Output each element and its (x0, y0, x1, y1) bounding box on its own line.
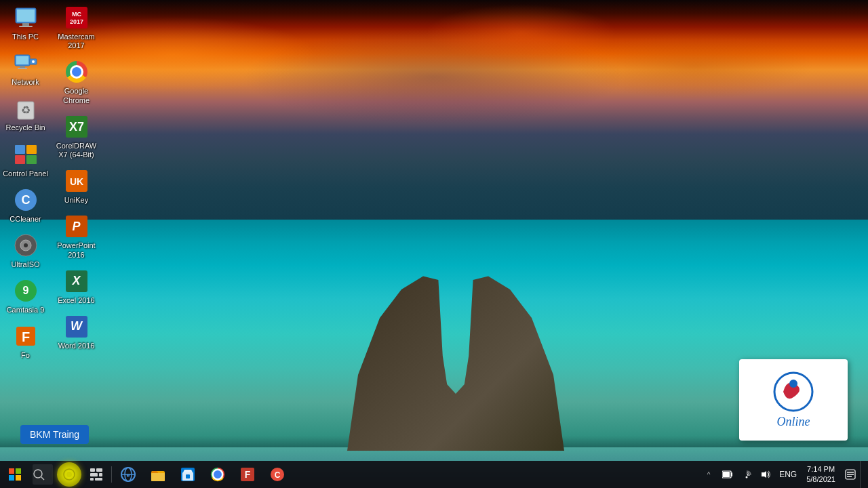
fo-label: Fo (21, 351, 30, 360)
svg-rect-43 (96, 468, 102, 472)
powerpoint-icon: P (63, 213, 90, 240)
desktop-icon-coreldraw[interactable]: X7 CorelDRAW X7 (64-Bit) (51, 109, 102, 163)
ultraiso-icon (12, 232, 39, 259)
svg-rect-45 (99, 473, 102, 476)
desktop-icon-camtasia[interactable]: 9 Camtasia 9 (0, 273, 51, 319)
start-button[interactable] (0, 461, 30, 488)
svg-rect-8 (18, 68, 27, 69)
camtasia-label: Camtasia 9 (7, 306, 45, 314)
svg-point-38 (34, 470, 42, 478)
search-button[interactable] (33, 464, 53, 485)
desktop-icon-word[interactable]: W Word 2016 (51, 309, 102, 354)
desktop-icon-controlpanel[interactable]: Control Panel (0, 137, 51, 182)
taskbar-filezilla[interactable]: F (233, 461, 262, 488)
svg-text:9: 9 (22, 285, 28, 296)
tray-time: 7:14 PM (807, 464, 835, 474)
word-label: Word 2016 (58, 342, 95, 350)
task-view-button[interactable] (83, 461, 110, 488)
recycle-label: Recycle Bin (5, 123, 45, 132)
desktop-icons-col1: This PC Network ♻ (0, 0, 51, 365)
bkm-logo: Online (739, 359, 848, 441)
svg-line-39 (41, 477, 44, 480)
svg-rect-3 (19, 26, 33, 27)
word-icon: W (63, 313, 90, 340)
taskbar-store[interactable] (173, 461, 203, 488)
taskbar-file-explorer[interactable] (143, 461, 173, 488)
svg-text:F: F (245, 469, 251, 480)
tray-language-label: ENG (779, 470, 797, 479)
svg-text:e: e (126, 472, 130, 479)
svg-rect-53 (151, 473, 165, 481)
desktop-icon-ultraiso[interactable]: UltraISO (0, 228, 51, 273)
svg-rect-36 (9, 475, 14, 481)
desktop-icons-col2: MC 2017 Mastercam 2017 Google Chrome X7 … (51, 0, 102, 354)
wallpaper-clouds (0, 0, 868, 220)
svg-text:F: F (21, 329, 29, 344)
bkm-tooltip-text: BKM Traing (30, 429, 79, 440)
desktop-icon-ccleaner[interactable]: C CCleaner (0, 182, 51, 228)
svg-rect-37 (16, 475, 21, 481)
desktop-icon-chrome[interactable]: Google Chrome (51, 54, 102, 108)
ccleaner-label: CCleaner (9, 215, 41, 224)
svg-rect-1 (17, 9, 35, 22)
tray-volume-icon[interactable] (756, 461, 775, 488)
show-desktop-button[interactable] (860, 461, 865, 488)
ultraiso-label: UltraISO (11, 260, 39, 269)
taskbar-chrome[interactable] (203, 461, 233, 488)
svg-rect-25 (66, 7, 87, 28)
cortana-button[interactable] (57, 462, 81, 487)
tray-language[interactable]: ENG (775, 461, 801, 488)
desktop-icon-network[interactable]: Network (0, 45, 51, 91)
svg-rect-12 (15, 145, 25, 154)
svg-text:MC: MC (72, 11, 81, 18)
taskbar-ie[interactable]: e (113, 461, 143, 488)
controlpanel-label: Control Panel (3, 169, 48, 178)
desktop-icon-excel[interactable]: X Excel 2016 (51, 264, 102, 309)
svg-point-33 (789, 380, 797, 388)
svg-text:2017: 2017 (69, 18, 83, 25)
desktop-icon-powerpoint[interactable]: P PowerPoint 2016 (51, 209, 102, 263)
unikey-icon: UK (63, 167, 90, 195)
desktop-icon-recycle[interactable]: ♻ Recycle Bin (0, 91, 51, 136)
network-icon (12, 49, 39, 77)
tray-battery-icon[interactable] (718, 461, 737, 488)
desktop-icon-unikey[interactable]: UK UniKey (51, 163, 102, 209)
powerpoint-label: PowerPoint 2016 (54, 241, 99, 259)
desktop-icon-thispc[interactable]: This PC (0, 0, 51, 45)
tray-expand-button[interactable]: ^ (699, 461, 718, 488)
svg-point-64 (746, 476, 748, 479)
excel-icon: X (63, 268, 90, 295)
mastercam-icon: MC 2017 (63, 4, 90, 31)
svg-marker-65 (762, 471, 766, 478)
svg-point-9 (32, 60, 35, 63)
thispc-label: This PC (12, 33, 39, 41)
svg-rect-56 (186, 474, 190, 479)
coreldraw-icon: X7 (63, 113, 90, 140)
fo-icon: F (12, 323, 39, 350)
svg-rect-42 (90, 468, 95, 472)
bkm-online-label: Online (777, 415, 810, 428)
taskbar-camtasia-tb[interactable]: C (262, 461, 292, 488)
tray-notifications-icon[interactable] (841, 461, 860, 488)
tray-network-icon[interactable] (737, 461, 756, 488)
svg-rect-35 (16, 468, 21, 474)
svg-point-20 (24, 243, 28, 247)
bkm-logo-icon (773, 371, 814, 412)
svg-text:♻: ♻ (21, 104, 31, 116)
tray-clock[interactable]: 7:14 PM 5/8/2021 (801, 461, 841, 488)
desktop-icon-mastercam[interactable]: MC 2017 Mastercam 2017 (51, 0, 102, 54)
svg-rect-47 (95, 478, 102, 481)
svg-text:UK: UK (69, 176, 83, 187)
chrome-label: Google Chrome (54, 87, 99, 104)
svg-rect-34 (9, 468, 14, 474)
mastercam-label: Mastercam 2017 (54, 33, 99, 50)
controlpanel-icon (12, 141, 39, 168)
taskbar: e F (0, 461, 868, 488)
ccleaner-icon: C (12, 186, 39, 214)
svg-point-41 (66, 472, 72, 477)
svg-rect-14 (15, 155, 25, 164)
svg-rect-15 (26, 155, 37, 164)
svg-text:C: C (21, 193, 30, 207)
thispc-icon (12, 4, 39, 31)
desktop-icon-fo[interactable]: F Fo (0, 319, 51, 364)
